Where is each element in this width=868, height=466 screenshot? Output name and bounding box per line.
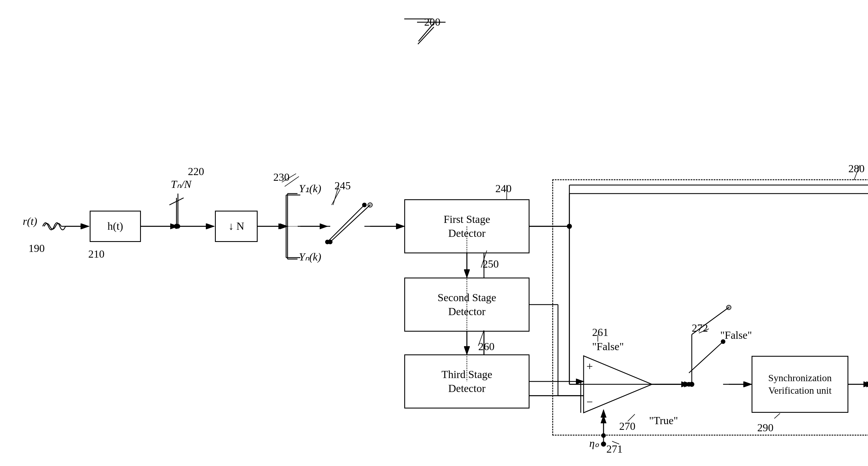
down-n-box: ↓ N [215, 211, 258, 242]
svg-point-62 [174, 224, 179, 229]
y1k-label: Y₁(k) [299, 182, 321, 195]
ref-220-label: 220 [188, 165, 204, 178]
third-stage-label: Third Stage Detector [441, 368, 492, 396]
svg-text:−: − [586, 395, 593, 408]
ref-261-label: 261 [592, 326, 608, 339]
ref-240-label: 240 [495, 182, 512, 195]
tc-n-label: Tₙ/N [171, 178, 191, 190]
svg-line-2 [418, 27, 434, 44]
svg-point-96 [601, 441, 606, 447]
ref-250-label: 250 [483, 258, 499, 270]
ht-label: h(t) [107, 219, 123, 233]
ref-200-label: 200 [424, 15, 440, 28]
svg-text:+: + [586, 360, 593, 373]
svg-point-15 [363, 203, 366, 207]
svg-marker-56 [584, 356, 652, 413]
ref-245-label: 245 [335, 179, 351, 192]
svg-point-72 [328, 240, 333, 244]
second-stage-detector-box: Second Stage Detector [404, 278, 529, 332]
false-right-label: "False" [720, 329, 752, 341]
ref-230-label: 230 [273, 171, 289, 183]
ref-280-label: 280 [848, 162, 865, 175]
ref-210-label: 210 [88, 248, 104, 260]
svg-point-14 [326, 240, 330, 244]
false-left-label: "False" [592, 340, 624, 353]
ref-190-label: 190 [28, 242, 45, 254]
ht-box: h(t) [90, 211, 141, 242]
first-stage-label: First Stage Detector [443, 212, 490, 241]
rt-label: r(t) [23, 215, 37, 227]
down-n-label: ↓ N [228, 219, 244, 233]
ref-270-label: 270 [619, 420, 636, 432]
svg-point-74 [368, 203, 372, 207]
eta-o-label: ηₒ [589, 437, 599, 449]
ref-272-label: 272 [692, 322, 708, 334]
third-stage-detector-box: Third Stage Detector [404, 354, 529, 408]
second-stage-label: Second Stage Detector [438, 291, 496, 319]
ynk-label: Yₙ(k) [299, 250, 321, 263]
svg-line-13 [328, 205, 364, 242]
true-label: "True" [649, 414, 678, 427]
ref-260-label: 260 [478, 340, 495, 353]
first-stage-detector-box: First Stage Detector [404, 199, 529, 253]
svg-line-64 [169, 198, 184, 205]
svg-line-73 [330, 205, 370, 242]
ref-271-label: 271 [607, 443, 623, 455]
svg-point-5 [176, 224, 180, 228]
